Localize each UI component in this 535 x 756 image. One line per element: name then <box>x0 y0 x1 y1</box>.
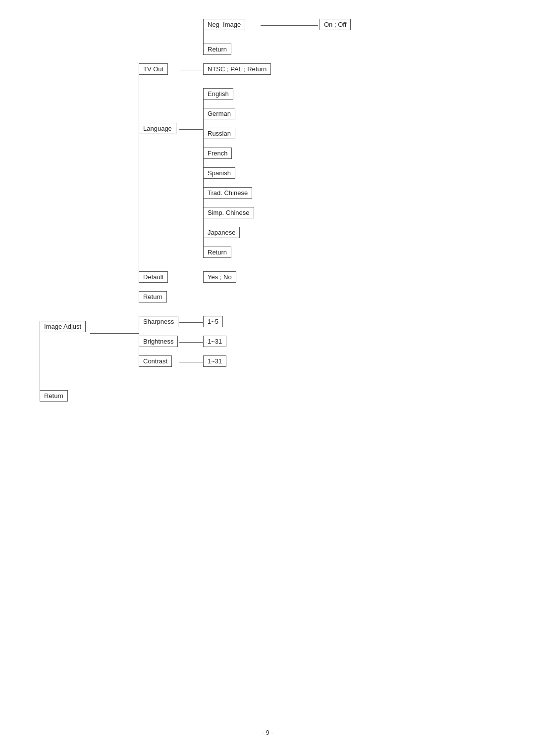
v-line-submenu <box>139 129 139 283</box>
simp-chinese-label: Simp. Chinese <box>208 209 250 216</box>
brightness-node: Brightness <box>139 336 178 347</box>
v-line-menu <box>139 70 139 129</box>
tvout-to-ntsc-line <box>180 70 203 70</box>
tv-out-node: TV Out <box>139 63 168 75</box>
yes-no-node: Yes ; No <box>203 271 236 283</box>
bright-to-val-line <box>179 342 203 343</box>
on-off-node: On ; Off <box>320 19 351 30</box>
trad-chinese-node: Trad. Chinese <box>203 187 252 199</box>
language-label: Language <box>143 125 172 132</box>
contrast-val-label: 1~31 <box>208 357 222 365</box>
sharpness-node: Sharpness <box>139 316 178 327</box>
page-number: - 9 - <box>262 729 273 736</box>
french-node: French <box>203 148 232 159</box>
spanish-label: Spanish <box>208 169 231 177</box>
french-label: French <box>208 150 227 157</box>
russian-node: Russian <box>203 128 235 139</box>
tv-out-label: TV Out <box>143 65 163 73</box>
neg-image-label: Neg_Image <box>208 21 241 28</box>
lang-to-eng-line <box>179 129 203 130</box>
return-main-label: Return <box>44 392 63 400</box>
spanish-node: Spanish <box>203 167 235 179</box>
return-lang-node: Return <box>203 247 231 258</box>
return-main-node: Return <box>40 390 68 402</box>
simp-chinese-node: Simp. Chinese <box>203 207 254 218</box>
contrast-val-node: 1~31 <box>203 355 226 367</box>
on-off-label: On ; Off <box>324 21 346 28</box>
image-adjust-node: Image Adjust <box>40 321 86 332</box>
japanese-label: Japanese <box>208 229 235 236</box>
english-node: English <box>203 88 233 100</box>
german-node: German <box>203 108 235 119</box>
english-label: English <box>208 90 229 98</box>
yes-no-label: Yes ; No <box>208 273 232 281</box>
ntsc-pal-label: NTSC ; PAL ; Return <box>208 65 267 73</box>
contrast-label: Contrast <box>143 357 167 365</box>
brightness-label: Brightness <box>143 338 173 345</box>
language-node: Language <box>139 123 176 134</box>
image-adjust-label: Image Adjust <box>44 323 81 330</box>
v-line-lang-options <box>203 95 204 253</box>
imgadj-to-sharpness-line <box>90 333 139 334</box>
sharpness-val-node: 1~5 <box>203 316 223 327</box>
default-node: Default <box>139 271 168 283</box>
return2-label: Return <box>143 293 162 301</box>
brightness-val-label: 1~31 <box>208 338 222 345</box>
sharpness-val-label: 1~5 <box>208 318 218 325</box>
trad-chinese-label: Trad. Chinese <box>208 189 248 197</box>
sharp-to-val-line <box>179 322 203 323</box>
japanese-node: Japanese <box>203 227 240 238</box>
v-line-main <box>40 327 40 397</box>
sharpness-label: Sharpness <box>143 318 174 325</box>
neg-image-node: Neg_Image <box>203 19 245 30</box>
default-label: Default <box>143 273 163 281</box>
neg-to-onoff-line <box>261 25 318 26</box>
russian-label: Russian <box>208 130 231 137</box>
h-line-to-return1 <box>203 50 204 50</box>
brightness-val-node: 1~31 <box>203 336 226 347</box>
v-line-image-opts <box>139 322 139 362</box>
return1-node: Return <box>203 44 231 55</box>
return-lang-label: Return <box>208 249 227 256</box>
v-line-neg-return <box>203 26 204 53</box>
return1-label: Return <box>208 46 227 53</box>
ntsc-pal-node: NTSC ; PAL ; Return <box>203 63 271 75</box>
default-to-yesno-line <box>179 278 203 278</box>
contrast-to-val-line <box>179 362 203 362</box>
contrast-node: Contrast <box>139 355 172 367</box>
german-label: German <box>208 110 231 117</box>
return2-node: Return <box>139 291 167 302</box>
